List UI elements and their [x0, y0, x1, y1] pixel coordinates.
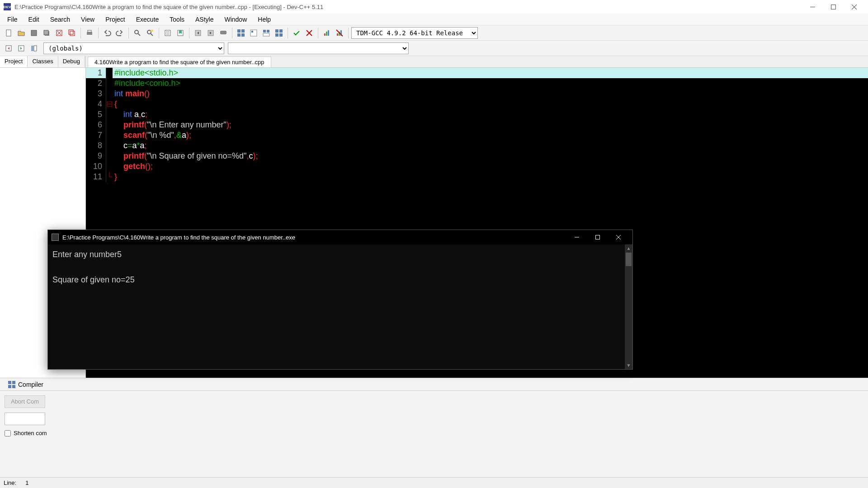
comment-icon[interactable]: [217, 27, 229, 39]
code-content[interactable]: }: [113, 172, 868, 182]
status-line-label: Line:: [4, 479, 16, 486]
goto-line-icon[interactable]: [162, 27, 174, 39]
replace-icon[interactable]: [144, 27, 156, 39]
code-content[interactable]: {: [113, 99, 868, 109]
code-line[interactable]: 6 printf("\n Enter any number");: [86, 120, 868, 130]
indent-right-icon[interactable]: [205, 27, 217, 39]
svg-line-16: [138, 33, 140, 36]
scroll-up-icon[interactable]: ▲: [625, 244, 632, 252]
sidebar-tab-project[interactable]: Project: [0, 56, 28, 67]
console-scrollbar[interactable]: ▲ ▼: [625, 244, 632, 369]
menu-astyle[interactable]: AStyle: [190, 14, 219, 25]
code-content[interactable]: int a,c;: [113, 109, 868, 120]
rebuild-icon[interactable]: [273, 27, 285, 39]
open-file-icon[interactable]: [15, 27, 27, 39]
menu-execute[interactable]: Execute: [131, 14, 165, 25]
code-line[interactable]: 10 getch();: [86, 161, 868, 172]
menu-file[interactable]: File: [2, 14, 23, 25]
code-content[interactable]: #include<conio.h>: [113, 78, 868, 89]
code-line[interactable]: 1#include<stdio.h>: [86, 68, 868, 78]
goto-forward-icon[interactable]: [15, 42, 27, 54]
find-icon[interactable]: [132, 27, 143, 39]
sidebar-tab-debug[interactable]: Debug: [58, 56, 85, 67]
fold-marker[interactable]: └: [106, 172, 113, 182]
compiler-select[interactable]: TDM-GCC 4.9.2 64-bit Release: [351, 27, 478, 39]
code-content[interactable]: c=a*a;: [113, 141, 868, 151]
menu-window[interactable]: Window: [219, 14, 252, 25]
code-line[interactable]: 9 printf("\n Square of given no=%d",c);: [86, 151, 868, 161]
code-content[interactable]: #include<stdio.h>: [113, 68, 868, 78]
grid-icon: [237, 29, 245, 37]
shorten-row[interactable]: Shorten com: [5, 430, 863, 436]
menu-view[interactable]: View: [75, 14, 100, 25]
svg-rect-27: [220, 31, 226, 34]
code-line[interactable]: 5 int a,c;: [86, 109, 868, 120]
menu-project[interactable]: Project: [100, 14, 131, 25]
console-titlebar[interactable]: E:\Practice Programs\C\4.160Write a prog…: [48, 230, 632, 244]
file-tab-active[interactable]: 4.160Write a program to find the square …: [88, 56, 271, 67]
scroll-thumb[interactable]: [626, 253, 632, 266]
close-button[interactable]: [844, 0, 864, 14]
menu-search[interactable]: Search: [45, 14, 75, 25]
minimize-button[interactable]: [802, 0, 823, 14]
svg-rect-30: [263, 30, 266, 33]
menu-help[interactable]: Help: [252, 14, 276, 25]
code-content[interactable]: getch();: [113, 161, 868, 172]
compile-icon[interactable]: [235, 27, 247, 39]
close-all-icon[interactable]: [66, 27, 78, 39]
delete-profile-icon[interactable]: [334, 27, 345, 39]
code-content[interactable]: int main(): [113, 89, 868, 99]
bottom-panel: Compiler Abort Com Shorten com: [0, 378, 868, 477]
code-content[interactable]: scanf("\n %d",&a);: [113, 130, 868, 141]
indent-left-icon[interactable]: [192, 27, 204, 39]
svg-rect-4: [6, 30, 11, 36]
fold-marker[interactable]: ⊟: [106, 99, 113, 109]
line-number: 10: [86, 161, 106, 172]
save-all-icon[interactable]: [41, 27, 52, 39]
maximize-button[interactable]: [823, 0, 844, 14]
compile-run-icon[interactable]: [260, 27, 272, 39]
code-line[interactable]: 11└}: [86, 172, 868, 182]
goto-back-icon[interactable]: [3, 42, 14, 54]
bookmark-icon[interactable]: [175, 27, 186, 39]
fold-marker: [106, 89, 113, 99]
save-icon[interactable]: [28, 27, 40, 39]
code-line[interactable]: 4⊟{: [86, 99, 868, 109]
code-content[interactable]: printf("\n Enter any number");: [113, 120, 868, 130]
code-content[interactable]: printf("\n Square of given no=%d",c);: [113, 151, 868, 161]
code-line[interactable]: 7 scanf("\n %d",&a);: [86, 130, 868, 141]
code-line[interactable]: 8 c=a*a;: [86, 141, 868, 151]
debug-stop-icon[interactable]: [303, 27, 315, 39]
code-line[interactable]: 3int main(): [86, 89, 868, 99]
close-file-icon[interactable]: [53, 27, 65, 39]
console-minimize-button[interactable]: [566, 230, 587, 244]
scope-select[interactable]: (globals): [43, 42, 224, 54]
profile-icon[interactable]: [321, 27, 333, 39]
console-app-icon: [52, 234, 59, 241]
svg-rect-19: [151, 30, 153, 32]
fold-marker: [106, 109, 113, 120]
undo-icon[interactable]: [101, 27, 113, 39]
console-close-button[interactable]: [608, 230, 629, 244]
redo-icon[interactable]: [114, 27, 126, 39]
scroll-down-icon[interactable]: ▼: [625, 361, 632, 369]
console-title: E:\Practice Programs\C\4.160Write a prog…: [62, 234, 295, 241]
compiler-tab[interactable]: Compiler: [3, 379, 49, 390]
shorten-label: Shorten com: [14, 430, 47, 436]
code-line[interactable]: 2#include<conio.h>: [86, 78, 868, 89]
console-maximize-button[interactable]: [587, 230, 608, 244]
show-browser-icon[interactable]: [28, 42, 40, 54]
run-icon[interactable]: [248, 27, 259, 39]
console-body[interactable]: Enter any number5 Square of given no=25 …: [48, 244, 632, 369]
console-window[interactable]: E:\Practice Programs\C\4.160Write a prog…: [47, 230, 633, 370]
menu-tools[interactable]: Tools: [164, 14, 190, 25]
menu-edit[interactable]: Edit: [23, 14, 45, 25]
print-icon[interactable]: [84, 27, 95, 39]
debug-check-icon[interactable]: [291, 27, 302, 39]
svg-rect-35: [324, 33, 326, 36]
line-number: 1: [86, 68, 106, 78]
member-select[interactable]: [228, 42, 409, 54]
shorten-checkbox[interactable]: [5, 430, 11, 436]
new-file-icon[interactable]: [3, 27, 14, 39]
sidebar-tab-classes[interactable]: Classes: [28, 56, 58, 67]
